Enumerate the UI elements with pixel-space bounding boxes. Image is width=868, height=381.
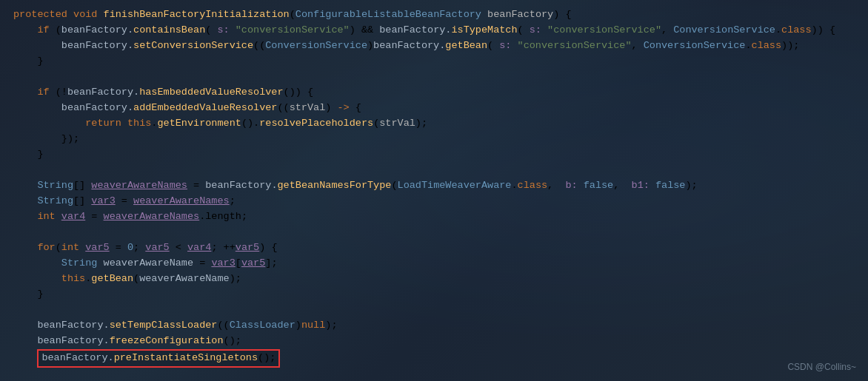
code-viewer: protected void finishBeanFactoryInitiali… bbox=[0, 0, 868, 381]
code-line-10: } bbox=[12, 147, 856, 163]
code-content: protected void finishBeanFactoryInitiali… bbox=[0, 4, 868, 371]
code-line-20 bbox=[12, 303, 856, 318]
code-line-6: if (!beanFactory.hasEmbeddedValueResolve… bbox=[12, 85, 856, 101]
code-line-5 bbox=[12, 70, 856, 85]
code-line-13: String[] var3 = weaverAwareNames; bbox=[12, 194, 856, 209]
code-line-1: protected void finishBeanFactoryInitiali… bbox=[12, 7, 856, 23]
code-line-19: } bbox=[12, 287, 856, 303]
code-line-18: this.getBean(weaverAwareName); bbox=[12, 272, 856, 287]
highlighted-line: beanFactory.preInstantiateSingletons(); bbox=[37, 349, 280, 368]
code-line-8: return this.getEnvironment().resolvePlac… bbox=[12, 116, 856, 132]
code-line-14: int var4 = weaverAwareNames.length; bbox=[12, 209, 856, 225]
code-line-3: beanFactory.setConversionService((Conver… bbox=[12, 38, 856, 54]
code-line-9: }); bbox=[12, 132, 856, 147]
code-line-2: if (beanFactory.containsBean( s: "conver… bbox=[12, 23, 856, 38]
code-line-16: for(int var5 = 0; var5 < var4; ++var5) { bbox=[12, 240, 856, 256]
code-line-12: String[] weaverAwareNames = beanFactory.… bbox=[12, 178, 856, 194]
code-line-7: beanFactory.addEmbeddedValueResolver((st… bbox=[12, 101, 856, 116]
code-line-4: } bbox=[12, 54, 856, 70]
code-line-22: beanFactory.freezeConfiguration(); bbox=[12, 334, 856, 349]
watermark: CSDN @Collins~ bbox=[787, 362, 856, 372]
code-line-21: beanFactory.setTempClassLoader((ClassLoa… bbox=[12, 318, 856, 334]
code-line-23: beanFactory.preInstantiateSingletons(); bbox=[12, 349, 856, 368]
code-line-15 bbox=[12, 225, 856, 240]
code-line-11 bbox=[12, 163, 856, 178]
code-line-17: String weaverAwareName = var3[var5]; bbox=[12, 256, 856, 272]
